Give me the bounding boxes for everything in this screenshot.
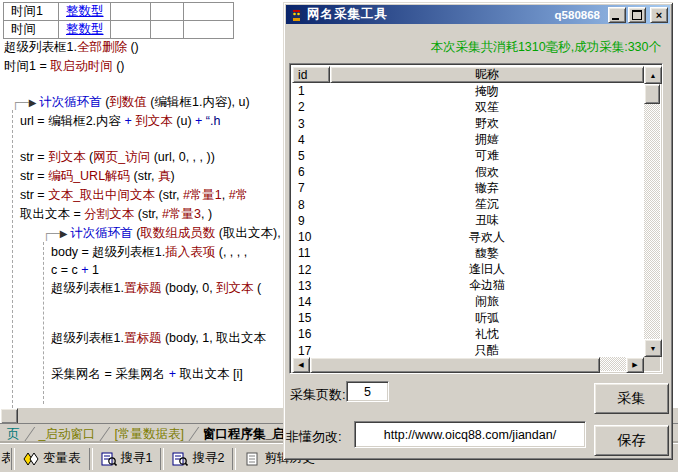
list-item[interactable]: 13伞边猫 — [292, 278, 644, 294]
code-line[interactable]: str = 到文本 (网页_访问 (url, 0, , , )) — [20, 150, 215, 165]
list-item-id: 1 — [292, 84, 330, 98]
code-segment: 计次循环首 — [39, 95, 102, 109]
scroll-down-arrow-icon[interactable]: ▼ — [644, 339, 662, 357]
variable-type-cell[interactable]: 整数型 — [59, 3, 111, 21]
list-item[interactable]: 7辙弃 — [292, 180, 644, 196]
dialog-titlebar[interactable]: 网名采集工具 q580868 × — [286, 5, 670, 24]
variable-type-cell[interactable]: 整数型 — [59, 21, 111, 39]
url-input[interactable] — [354, 421, 586, 448]
url-label: 非懂勿改: — [286, 428, 342, 446]
code-segment: + — [169, 367, 176, 381]
dialog-window: 网名采集工具 q580868 × 本次采集共消耗1310毫秒,成功采集:330个… — [283, 2, 673, 460]
column-header-nick[interactable]: 昵称 — [330, 66, 644, 83]
page-count-label: 采集页数: — [290, 386, 346, 404]
list-item[interactable]: 4拥嬉 — [292, 132, 644, 148]
code-line[interactable]: 采集网名 = 采集网名 + 取出文本 [i] — [51, 367, 243, 382]
list-item[interactable]: 5可难 — [292, 148, 644, 164]
list-item[interactable]: 12逢旧人 — [292, 261, 644, 277]
code-line[interactable]: 取出文本 = 分割文本 (str, #常量3, ) — [20, 207, 212, 222]
close-button[interactable]: × — [650, 7, 668, 23]
code-segment: (编辑框1.内容), u) — [147, 95, 250, 109]
list-item-id: 6 — [292, 165, 330, 179]
code-segment: ┌─ — [42, 226, 60, 240]
loop-indent-guide — [12, 110, 13, 408]
code-line[interactable]: c = c + 1 — [51, 263, 99, 278]
listview-vscrollbar[interactable]: ▲ ▼ — [644, 66, 660, 371]
variable-type-link[interactable]: 整数型 — [66, 4, 104, 18]
code-segment: #常量1 — [183, 188, 222, 202]
variable-type-link[interactable]: 整数型 — [66, 22, 104, 36]
list-item[interactable]: 10寻欢人 — [292, 229, 644, 245]
code-segment: #常量3 — [162, 207, 201, 221]
list-item[interactable]: 8笙沉 — [292, 197, 644, 213]
maximize-button[interactable] — [628, 7, 646, 23]
empty-cell[interactable] — [184, 21, 234, 39]
variable-name-cell[interactable]: 时间1 — [4, 3, 59, 21]
empty-cell[interactable] — [151, 21, 184, 39]
list-item-nick: 双笙 — [330, 99, 644, 116]
scroll-left-button[interactable] — [0, 408, 18, 424]
code-segment: 取数组成员数 — [140, 226, 215, 240]
variable-row[interactable]: 时间整数型 — [4, 21, 234, 39]
code-line[interactable]: 超级列表框1.置标题 (body, 0, 到文本 ( — [51, 281, 261, 296]
code-segment: () — [113, 59, 125, 73]
toolbar-item-搜寻2[interactable]: 搜寻2 — [165, 450, 231, 467]
toolbar-separator — [160, 448, 164, 470]
toolbar-item-label: 搜寻1 — [121, 450, 153, 467]
vscroll-thumb[interactable] — [644, 84, 660, 104]
code-line[interactable]: url = 编辑框2.内容 + 到文本 (u) + “.h — [20, 114, 220, 129]
scroll-right-arrow-icon[interactable]: ▶ — [626, 357, 644, 373]
list-item[interactable]: 14闹旅 — [292, 294, 644, 310]
dialog-title-qq: q580868 — [555, 9, 600, 21]
scroll-up-arrow-icon[interactable]: ▲ — [644, 66, 662, 84]
toolbar-item-变量表[interactable]: 变量表 — [16, 450, 88, 467]
vscroll-track[interactable] — [644, 104, 660, 339]
toolbar-item-搜寻1[interactable]: 搜寻1 — [94, 450, 160, 467]
hscroll-track[interactable] — [600, 357, 626, 371]
code-line[interactable]: str = 编码_URL解码 (str, 真) — [20, 169, 175, 184]
tab-4[interactable]: 窗口程序集_启 — [196, 424, 292, 445]
list-item[interactable]: 17只酷 — [292, 343, 644, 358]
empty-cell[interactable] — [151, 3, 184, 21]
code-segment: 编码_URL解码 — [48, 169, 130, 183]
save-button[interactable]: 保存 — [594, 425, 669, 456]
code-line[interactable]: 时间1 = 取启动时间 () — [4, 59, 125, 74]
list-item[interactable]: 16礼忱 — [292, 326, 644, 342]
page-count-input[interactable] — [346, 381, 389, 402]
tab-2[interactable]: _启动窗口 — [32, 424, 103, 445]
code-line[interactable]: str = 文本_取出中间文本 (str, #常量1, #常 — [20, 188, 248, 203]
tab-3[interactable]: [常量数据表] — [107, 424, 190, 445]
nickname-listview[interactable]: id 昵称 1掩吻2双笙3野欢4拥嬉5可难6假欢7辙弃8笙沉9丑味10寻欢人11… — [289, 63, 663, 374]
code-segment: c = c — [51, 263, 81, 277]
status-text: 本次采集共消耗1310毫秒,成功采集:330个 — [430, 39, 661, 56]
list-item[interactable]: 6假欢 — [292, 164, 644, 180]
list-item[interactable]: 9丑味 — [292, 213, 644, 229]
code-line[interactable]: body = 超级列表框1.插入表项 (, , , , — [51, 245, 247, 260]
list-item[interactable]: 15听弧 — [292, 310, 644, 326]
empty-cell[interactable] — [111, 21, 151, 39]
code-segment: #常 — [229, 188, 248, 202]
list-item[interactable]: 2双笙 — [292, 99, 644, 115]
code-segment: 到文本 — [135, 114, 173, 128]
code-line[interactable]: ┌─▶ 计次循环首 (取数组成员数 (取出文本), — [42, 226, 284, 241]
code-line[interactable]: ┌─▶ 计次循环首 (到数值 (编辑框1.内容), u) — [11, 95, 250, 110]
variable-row[interactable]: 时间1整数型 — [4, 3, 234, 21]
listview-hscrollbar[interactable]: ◀ ▶ — [292, 357, 644, 371]
close-icon: × — [656, 10, 662, 20]
scroll-left-arrow-icon[interactable]: ◀ — [292, 357, 310, 373]
minimize-button[interactable] — [608, 7, 626, 23]
variable-name-cell[interactable]: 时间 — [4, 21, 59, 39]
list-item[interactable]: 11馥嫯 — [292, 245, 644, 261]
code-segment: 网页_访问 — [93, 150, 150, 164]
column-header-id[interactable]: id — [292, 66, 330, 83]
code-line[interactable]: 超级列表框1.全部删除 () — [4, 40, 139, 55]
list-item[interactable]: 1掩吻 — [292, 83, 644, 99]
hscroll-thumb[interactable] — [310, 357, 600, 373]
list-item-nick: 只酷 — [330, 342, 644, 357]
empty-cell[interactable] — [111, 3, 151, 21]
collect-button[interactable]: 采集 — [594, 383, 669, 414]
code-segment: 到数值 — [109, 95, 147, 109]
code-line[interactable]: 超级列表框1.置标题 (body, 1, 取出文本 — [51, 331, 266, 346]
empty-cell[interactable] — [184, 3, 234, 21]
list-item[interactable]: 3野欢 — [292, 115, 644, 131]
